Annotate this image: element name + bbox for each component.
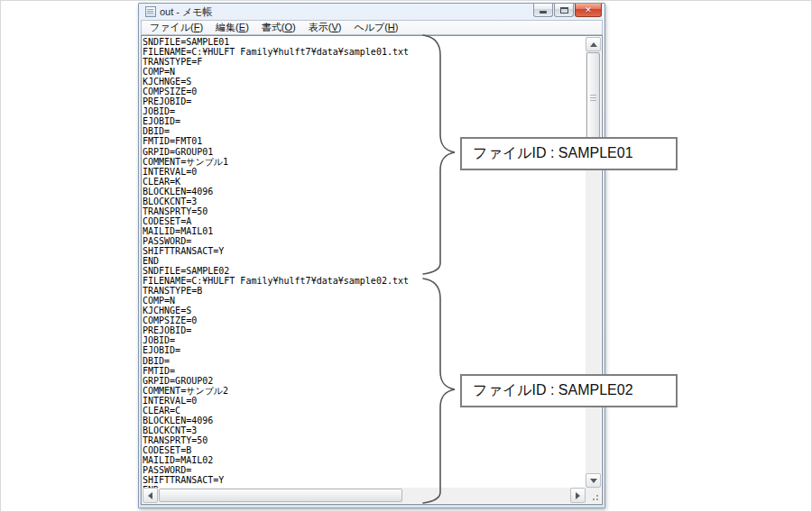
text-line: CODESET=B	[143, 445, 586, 455]
text-line: COMPSIZE=0	[143, 315, 586, 325]
text-line: COMP=N	[143, 67, 586, 77]
caption-buttons: ✕	[533, 4, 602, 17]
scroll-down-button[interactable]	[586, 473, 601, 488]
text-line: FILENAME=C:¥HULFT Family¥hulft7¥data¥sam…	[143, 276, 586, 286]
close-button[interactable]: ✕	[575, 4, 602, 17]
text-line: JOBID=	[143, 106, 586, 116]
text-line: DBID=	[143, 126, 586, 136]
text-line: TRANSTYPE=F	[143, 57, 586, 67]
up-arrow-icon	[590, 42, 597, 47]
menu-item-0[interactable]: ファイル(F)	[143, 20, 209, 35]
callout-label: ファイルID : SAMPLE01	[473, 144, 633, 163]
text-line: BLOCKLEN=4096	[143, 187, 586, 197]
text-line: PREJOBID=	[143, 325, 586, 335]
scroll-left-button[interactable]	[143, 488, 158, 503]
text-line: FILENAME=C:¥HULFT Family¥hulft7¥data¥sam…	[143, 47, 586, 57]
vertical-scroll-thumb[interactable]	[586, 52, 600, 142]
maximize-button[interactable]	[554, 4, 574, 17]
text-line: SNDFILE=SAMPLE02	[143, 266, 586, 276]
text-line: SHIFTTRANSACT=Y	[143, 475, 586, 485]
text-line: PASSWORD=	[143, 465, 586, 475]
text-line: KJCHNGE=S	[143, 306, 586, 315]
callout-file-id-sample02: ファイルID : SAMPLE02	[460, 374, 678, 407]
menu-item-3[interactable]: 表示(V)	[302, 20, 348, 35]
menu-item-4[interactable]: ヘルプ(H)	[347, 20, 404, 35]
text-line: EJOBID=	[143, 345, 586, 355]
text-line: MAILID=MAIL01	[143, 226, 586, 236]
text-line: COMPSIZE=0	[143, 87, 586, 96]
thumb-grip-icon	[590, 97, 596, 98]
resize-grip-icon	[590, 492, 598, 500]
screenshot-canvas: out - メモ帳 ✕ ファイル(F)編集(E)書式(O)表示(V)ヘルプ(H)…	[0, 0, 812, 512]
text-line: MAILID=MAIL02	[143, 455, 586, 465]
text-line: BLOCKCNT=3	[143, 197, 586, 206]
text-line: KJCHNGE=S	[143, 77, 586, 87]
text-line: PREJOBID=	[143, 96, 586, 106]
text-line: EJOBID=	[143, 116, 586, 126]
text-line: PASSWORD=	[143, 236, 586, 246]
window-title: out - メモ帳	[160, 5, 213, 19]
edit-control: SNDFILE=SAMPLE01FILENAME=C:¥HULFT Family…	[141, 35, 603, 505]
menu-item-2[interactable]: 書式(O)	[255, 20, 302, 35]
text-line: DBID=	[143, 356, 586, 366]
text-line: END	[143, 256, 586, 266]
menu-bar: ファイル(F)編集(E)書式(O)表示(V)ヘルプ(H)	[141, 20, 603, 35]
notepad-window: out - メモ帳 ✕ ファイル(F)編集(E)書式(O)表示(V)ヘルプ(H)…	[138, 3, 605, 508]
text-line: CODESET=A	[143, 216, 586, 226]
text-line: TRANSPRTY=50	[143, 206, 586, 216]
horizontal-scroll-thumb[interactable]	[159, 489, 402, 502]
notepad-icon	[145, 6, 156, 17]
text-line: TRANSPRTY=50	[143, 435, 586, 445]
minimize-icon	[540, 11, 547, 14]
text-line: BLOCKCNT=3	[143, 425, 586, 435]
callout-label: ファイルID : SAMPLE02	[473, 381, 633, 400]
close-icon: ✕	[585, 6, 592, 14]
scroll-right-button[interactable]	[570, 488, 586, 503]
minimize-button[interactable]	[533, 4, 553, 17]
resize-grip[interactable]	[586, 488, 601, 503]
text-line: TRANSTYPE=B	[143, 286, 586, 296]
text-line: SHIFTTRANSACT=Y	[143, 246, 586, 256]
text-line: BLOCKLEN=4096	[143, 416, 586, 425]
horizontal-scrollbar[interactable]	[143, 488, 586, 503]
menu-item-1[interactable]: 編集(E)	[209, 20, 255, 35]
scroll-up-button[interactable]	[586, 37, 601, 51]
text-line: CLEAR=K	[143, 177, 586, 187]
left-arrow-icon	[148, 492, 152, 499]
callout-file-id-sample01: ファイルID : SAMPLE01	[460, 137, 678, 170]
title-bar[interactable]: out - メモ帳 ✕	[139, 4, 604, 20]
text-area[interactable]: SNDFILE=SAMPLE01FILENAME=C:¥HULFT Family…	[143, 37, 586, 488]
down-arrow-icon	[590, 479, 597, 483]
text-line: COMP=N	[143, 296, 586, 306]
text-line: JOBID=	[143, 335, 586, 345]
right-arrow-icon	[576, 492, 580, 499]
text-line: SNDFILE=SAMPLE01	[143, 37, 586, 47]
vertical-scrollbar[interactable]	[586, 37, 601, 488]
maximize-icon	[560, 7, 568, 14]
